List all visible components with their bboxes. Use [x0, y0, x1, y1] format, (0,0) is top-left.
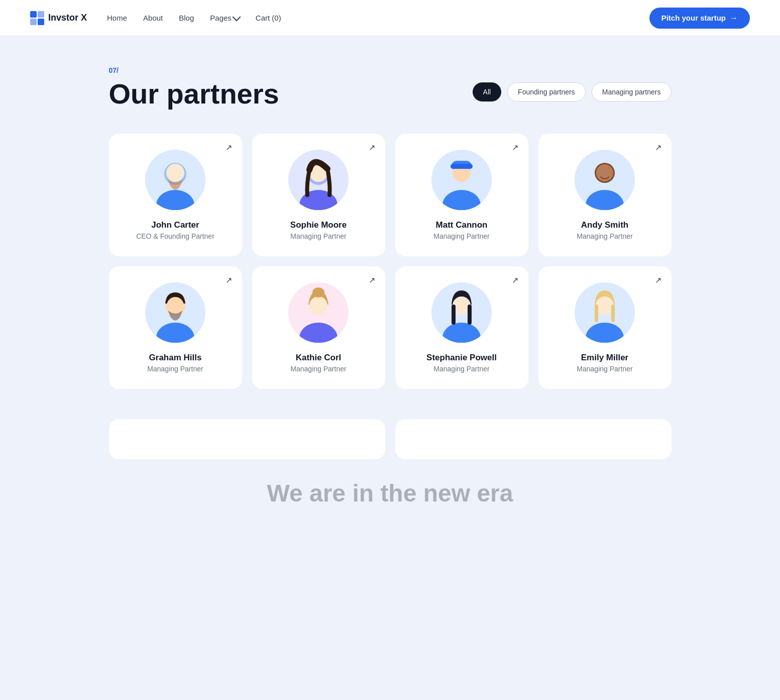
avatar-matt-cannon: [431, 150, 492, 210]
svg-point-6: [166, 164, 184, 182]
external-link-icon: ↗: [226, 144, 232, 152]
avatar-stephanie-powell: [431, 282, 492, 343]
partner-name: Graham Hills: [149, 353, 202, 363]
filter-buttons: All Founding partners Managing partners: [473, 78, 672, 102]
filter-managing[interactable]: Managing partners: [592, 82, 672, 102]
partner-name: Kathie Corl: [296, 353, 342, 363]
partner-name: Stephanie Powell: [426, 353, 497, 363]
partner-role: Managing Partner: [433, 365, 489, 373]
avatar-andy-smith: [575, 150, 635, 210]
svg-rect-32: [452, 305, 456, 325]
filter-all[interactable]: All: [473, 82, 502, 102]
partner-role: Managing Partner: [147, 365, 203, 373]
svg-point-28: [312, 287, 324, 297]
brand-name: Invstor X: [48, 13, 87, 23]
avatar-emily-miller: [575, 282, 635, 343]
svg-rect-16: [451, 164, 473, 169]
nav-cart[interactable]: Cart (0): [256, 14, 281, 22]
partner-role: Managing Partner: [290, 365, 346, 373]
partners-row-1: ↗ John Carter CEO & Founding Partner ↗: [109, 134, 672, 256]
partner-name: Matt Cannon: [436, 220, 488, 230]
svg-point-25: [309, 296, 327, 315]
partners-row-2: ↗ Graham Hills Managing Partner ↗: [109, 266, 672, 389]
external-link-icon: ↗: [369, 144, 375, 152]
nav-about[interactable]: About: [143, 14, 163, 22]
partner-role: Managing Partner: [577, 365, 632, 373]
external-link-icon: ↗: [655, 144, 661, 152]
main-content: 07/ Our partners All Founding partners M…: [89, 36, 692, 547]
filter-founding[interactable]: Founding partners: [507, 82, 586, 102]
partner-card-sophie-moore[interactable]: ↗ Sophie Moore Managing Partner: [252, 134, 385, 256]
external-link-icon: ↗: [512, 276, 518, 284]
external-link-icon: ↗: [512, 144, 518, 152]
chevron-down-icon: [232, 13, 241, 21]
partner-card-andy-smith[interactable]: ↗ Andy Smith Managing Partner: [538, 134, 672, 256]
pitch-startup-button[interactable]: Pitch your startup →: [649, 8, 750, 29]
nav-links: Home About Blog Pages Cart (0): [107, 14, 281, 23]
external-link-icon: ↗: [369, 276, 375, 284]
bottom-title: We are in the new era: [109, 479, 672, 507]
navbar: Invstor X Home About Blog Pages Cart (0)…: [0, 0, 780, 36]
partner-role: Managing Partner: [433, 232, 489, 240]
logo-icon: [30, 11, 44, 25]
svg-rect-33: [468, 305, 472, 325]
avatar-john-carter: [145, 150, 205, 210]
nav-left: Invstor X Home About Blog Pages Cart (0): [30, 11, 281, 25]
avatar-sophie-moore: [288, 150, 349, 210]
logo[interactable]: Invstor X: [30, 11, 87, 25]
section-header: Our partners All Founding partners Manag…: [109, 78, 672, 110]
partner-role: CEO & Founding Partner: [136, 232, 214, 240]
external-link-icon: ↗: [226, 276, 232, 284]
partner-card-graham-hills[interactable]: ↗ Graham Hills Managing Partner: [109, 266, 242, 389]
nav-blog[interactable]: Blog: [179, 14, 194, 22]
external-link-icon: ↗: [655, 276, 661, 284]
avatar-kathie-corl: [288, 282, 349, 343]
partner-name: John Carter: [151, 220, 199, 230]
partner-card-kathie-corl[interactable]: ↗ Kathie Corl Managing Partner: [252, 266, 385, 389]
nav-pages[interactable]: Pages: [210, 14, 240, 22]
partner-role: Managing Partner: [577, 232, 632, 240]
svg-rect-2: [30, 19, 37, 25]
svg-rect-0: [30, 11, 37, 18]
partner-card-stephanie-powell[interactable]: ↗ Stephanie Powell Managing Partner: [395, 266, 528, 389]
bottom-card-right: [395, 419, 672, 459]
avatar-graham-hills: [145, 282, 205, 343]
svg-rect-3: [38, 19, 44, 25]
partner-role: Managing Partner: [290, 232, 346, 240]
partner-card-emily-miller[interactable]: ↗ Emily Miller Managing Partner: [538, 266, 672, 389]
partner-card-matt-cannon[interactable]: ↗ Matt Cannon Managing Partner: [395, 134, 528, 256]
svg-rect-37: [595, 305, 598, 322]
svg-rect-38: [611, 305, 615, 322]
bottom-section: [109, 419, 672, 459]
nav-home[interactable]: Home: [107, 14, 127, 22]
svg-point-34: [596, 296, 614, 315]
bottom-card-left: [109, 419, 385, 459]
section-title: Our partners: [109, 78, 279, 110]
svg-rect-1: [38, 11, 44, 18]
partner-name: Emily Miller: [581, 353, 628, 363]
partner-name: Sophie Moore: [290, 220, 347, 230]
partner-card-john-carter[interactable]: ↗ John Carter CEO & Founding Partner: [109, 134, 242, 256]
partner-name: Andy Smith: [581, 220, 628, 230]
section-number: 07/: [109, 66, 672, 74]
arrow-right-icon: →: [730, 14, 738, 23]
